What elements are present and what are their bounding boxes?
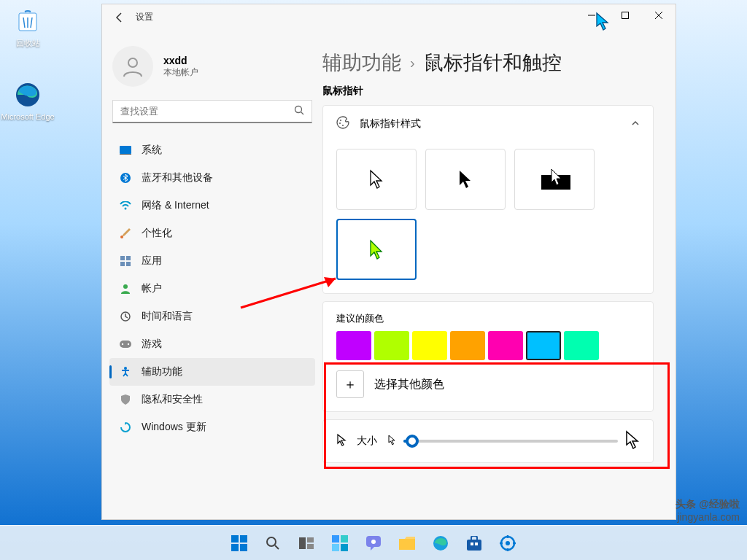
edge-icon [13, 80, 42, 109]
svg-rect-36 [299, 537, 306, 549]
nav-item-apps[interactable]: 应用 [109, 247, 315, 275]
palette-icon [336, 116, 349, 131]
taskbar-start-button[interactable] [225, 529, 254, 558]
pointer-style-black[interactable] [425, 149, 506, 210]
svg-rect-20 [120, 341, 131, 348]
svg-line-35 [275, 545, 279, 549]
size-slider[interactable] [403, 440, 618, 443]
person-icon [120, 283, 131, 295]
minimize-button[interactable] [575, 4, 608, 26]
size-label: 大小 [357, 435, 377, 448]
nav-item-network[interactable]: 网络 & Internet [109, 192, 315, 219]
section-header-pointer: 鼠标指针 [322, 85, 654, 98]
pointer-style-inverted[interactable] [514, 149, 595, 210]
nav-item-privacy[interactable]: 隐私和安全性 [109, 386, 315, 413]
svg-point-7 [295, 106, 302, 112]
svg-line-8 [301, 112, 304, 114]
svg-rect-31 [240, 535, 247, 542]
taskbar-edge-button[interactable] [426, 529, 455, 558]
pointer-style-custom-color[interactable] [336, 219, 417, 280]
nav-item-accounts[interactable]: 帐户 [109, 275, 315, 303]
nav-item-system[interactable]: 系统 [109, 136, 315, 164]
svg-rect-10 [120, 154, 131, 155]
svg-point-6 [128, 58, 137, 67]
svg-point-21 [122, 343, 123, 345]
svg-point-22 [128, 343, 129, 345]
color-swatch-2[interactable] [412, 331, 447, 360]
svg-rect-9 [120, 146, 131, 154]
nav-item-gaming[interactable]: 游戏 [109, 330, 315, 358]
svg-rect-17 [126, 262, 131, 266]
taskbar-settings-button[interactable] [493, 529, 522, 558]
pointer-style-white[interactable] [336, 149, 417, 210]
svg-rect-47 [467, 540, 481, 551]
svg-rect-16 [120, 262, 125, 266]
account-type: 本地帐户 [163, 66, 198, 79]
svg-point-26 [342, 125, 344, 126]
brush-icon [120, 228, 131, 239]
account-block[interactable]: xxdd 本地帐户 [112, 46, 318, 87]
clock-icon [120, 311, 131, 322]
svg-rect-30 [231, 535, 239, 542]
nav-item-time[interactable]: 时间和语言 [109, 303, 315, 330]
pointer-size-card: 大小 [322, 419, 654, 463]
nav-item-personalize[interactable]: 个性化 [109, 219, 315, 247]
desktop-icon-edge[interactable]: Microsoft Edge [0, 80, 55, 121]
window-title: 设置 [136, 11, 153, 23]
color-swatches [336, 331, 640, 360]
desktop-icon-label: Microsoft Edge [0, 112, 55, 121]
svg-rect-39 [332, 535, 339, 542]
taskbar [0, 525, 747, 560]
svg-point-25 [339, 122, 341, 124]
taskbar-chat-button[interactable] [359, 529, 388, 558]
color-swatch-3[interactable] [450, 331, 485, 360]
plus-icon: ＋ [336, 370, 364, 398]
breadcrumb-parent[interactable]: 辅助功能 [322, 50, 401, 76]
nav-item-bluetooth[interactable]: 蓝牙和其他设备 [109, 164, 315, 192]
taskbar-taskview-button[interactable] [292, 529, 321, 558]
color-swatch-6[interactable] [564, 331, 599, 360]
svg-rect-14 [120, 256, 125, 260]
color-swatch-4[interactable] [488, 331, 523, 360]
svg-rect-40 [341, 535, 348, 542]
back-button[interactable] [114, 12, 125, 23]
account-name: xxdd [163, 55, 198, 66]
update-icon [120, 421, 131, 433]
nav-item-accessibility[interactable]: 辅助功能 [109, 358, 315, 386]
wifi-icon [120, 200, 131, 211]
svg-rect-42 [341, 544, 348, 551]
taskbar-store-button[interactable] [460, 529, 489, 558]
search-input[interactable] [120, 106, 294, 117]
svg-point-23 [124, 367, 127, 370]
maximize-button[interactable] [608, 4, 642, 26]
colors-label: 建议的颜色 [336, 312, 640, 325]
color-swatch-1[interactable] [374, 331, 409, 360]
svg-point-34 [267, 537, 276, 546]
chevron-right-icon: › [410, 55, 415, 71]
close-button[interactable] [642, 4, 676, 26]
taskbar-search-button[interactable] [258, 529, 287, 558]
color-swatch-0[interactable] [336, 331, 371, 360]
watermark: 头条 @经验啦 jingyanla.com [676, 497, 740, 524]
color-swatch-5[interactable] [526, 331, 561, 360]
shield-icon [120, 394, 131, 405]
svg-point-12 [125, 208, 127, 210]
search-box[interactable] [112, 100, 312, 123]
svg-rect-32 [231, 544, 239, 551]
choose-other-color[interactable]: ＋ 选择其他颜色 [336, 370, 640, 398]
content-area: 辅助功能 › 鼠标指针和触控 鼠标指针 鼠标指针样式 [322, 35, 676, 519]
svg-rect-38 [307, 544, 314, 549]
sidebar: xxdd 本地帐户 系统 蓝牙和其他设备 网络 & Internet 个性化 应… [102, 35, 322, 519]
taskbar-widgets-button[interactable] [325, 529, 355, 558]
chevron-up-icon [631, 118, 640, 130]
taskbar-explorer-button[interactable] [392, 529, 422, 558]
card-header[interactable]: 鼠标指针样式 [323, 106, 653, 141]
bluetooth-icon [120, 172, 131, 184]
nav-item-update[interactable]: Windows 更新 [109, 413, 315, 441]
svg-rect-49 [475, 542, 478, 545]
system-icon [120, 144, 131, 156]
desktop-icon-recycle-bin[interactable]: 回收站 [0, 6, 55, 49]
recycle-bin-icon [13, 6, 42, 35]
svg-point-24 [340, 120, 341, 121]
pointer-style-card: 鼠标指针样式 [322, 105, 654, 294]
